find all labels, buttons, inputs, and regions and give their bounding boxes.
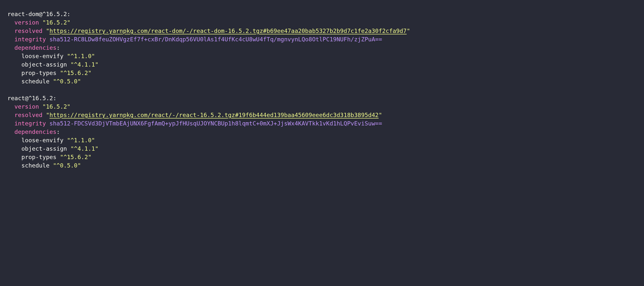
dependency-name: schedule (22, 162, 50, 169)
package-header: react-dom@^16.5.2: (8, 11, 70, 18)
dependency-name: loose-envify (22, 137, 64, 144)
dependency-version: "^15.6.2" (60, 154, 91, 160)
quote: " (407, 28, 410, 34)
dependency-version: "^4.1.1" (70, 61, 98, 68)
dependencies-key: dependencies (14, 128, 56, 135)
dependencies-key: dependencies (14, 44, 56, 51)
dependency-version: "^1.1.0" (67, 137, 95, 144)
quote: " (379, 112, 382, 118)
quote: " (46, 112, 50, 118)
version-value: "16.5.2" (42, 19, 70, 26)
dependency-name: object-assign (22, 145, 67, 152)
dependency-name: prop-types (22, 70, 56, 76)
dependency-version: "^0.5.0" (53, 162, 81, 169)
resolved-url-link[interactable]: https://registry.yarnpkg.com/react-dom/-… (50, 28, 407, 34)
dependency-version: "^1.1.0" (67, 53, 95, 60)
resolved-key: resolved (14, 28, 42, 34)
integrity-value: sha512-RC8LDw8feuZOHVgzEf7f+cxBr/DnKdqp5… (50, 36, 382, 43)
resolved-url-link[interactable]: https://registry.yarnpkg.com/react/-/rea… (50, 112, 379, 118)
dependency-version: "^15.6.2" (60, 70, 91, 76)
package-header: react@^16.5.2: (8, 95, 56, 102)
integrity-value: sha512-FDCSVd3DjVTmbEAjUNX6FgfAmQ+ypJfHU… (50, 120, 382, 127)
dependency-version: "^0.5.0" (53, 78, 81, 85)
dependency-name: prop-types (22, 154, 56, 160)
version-key: version (14, 103, 39, 110)
resolved-key: resolved (14, 112, 42, 118)
dependency-name: schedule (22, 78, 50, 85)
integrity-key: integrity (14, 120, 46, 127)
integrity-key: integrity (14, 36, 46, 43)
dependency-name: loose-envify (22, 53, 64, 60)
yarn-lock-code: react-dom@^16.5.2: version "16.5.2" reso… (0, 0, 644, 177)
quote: " (46, 28, 50, 34)
version-key: version (14, 19, 39, 26)
version-value: "16.5.2" (42, 103, 70, 110)
dependency-version: "^4.1.1" (70, 145, 98, 152)
dependency-name: object-assign (22, 61, 67, 68)
